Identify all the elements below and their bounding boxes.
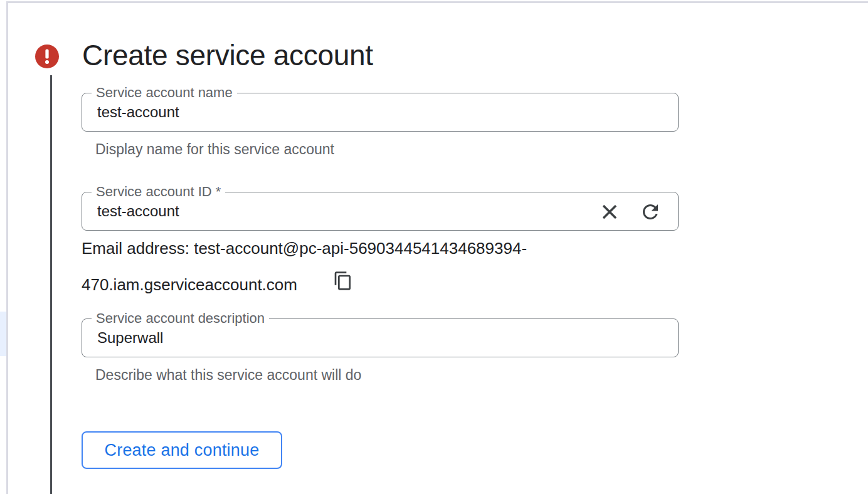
copy-email-button[interactable] xyxy=(333,271,353,291)
refresh-icon xyxy=(639,201,662,223)
page-title: Create service account xyxy=(82,39,373,71)
regenerate-id-button[interactable] xyxy=(639,201,662,223)
step-connector-line xyxy=(50,75,52,494)
email-address-line2: 470.iam.gserviceaccount.com xyxy=(82,275,297,294)
service-account-name-field: Service account name xyxy=(82,93,679,132)
description-helper-text: Describe what this service account will … xyxy=(95,366,361,384)
service-account-id-input[interactable] xyxy=(82,192,678,230)
service-account-description-input[interactable] xyxy=(82,319,678,357)
clear-id-button[interactable] xyxy=(599,201,620,223)
email-address-text: Email address: test-account@pc-api-56903… xyxy=(82,230,527,303)
service-account-name-input[interactable] xyxy=(82,93,678,131)
close-icon xyxy=(599,201,620,223)
error-icon xyxy=(35,45,59,68)
content-copy-icon xyxy=(333,271,353,291)
service-account-description-field: Service account description xyxy=(82,318,679,357)
panel-left-border xyxy=(6,1,8,494)
create-and-continue-button[interactable]: Create and continue xyxy=(82,431,282,469)
email-address-line1: Email address: test-account@pc-api-56903… xyxy=(82,239,527,258)
service-account-id-field: Service account ID * xyxy=(82,192,679,231)
sidebar-highlight xyxy=(0,312,6,356)
step-status-badge xyxy=(35,45,59,68)
name-helper-text: Display name for this service account xyxy=(95,140,334,158)
panel-top-border xyxy=(6,1,868,3)
